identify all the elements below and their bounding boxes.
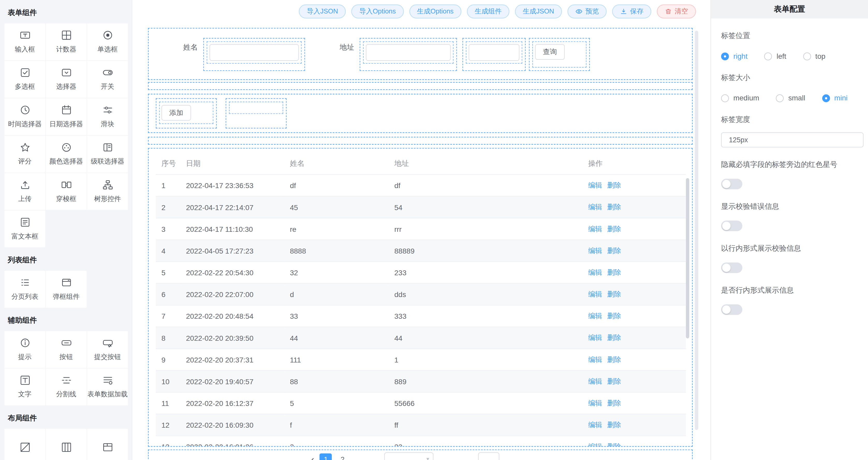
component-item-page-list[interactable]: 分页列表 [4,271,45,307]
delete-link[interactable]: 删除 [607,312,621,320]
drop-slot[interactable]: 查询 [532,41,586,68]
generate-options-button[interactable]: 生成Options [409,4,461,19]
radio-option-left[interactable]: left [764,52,786,60]
component-item-form-loader[interactable]: 表单数据加载 [87,368,128,405]
delete-link[interactable]: 删除 [607,247,621,254]
component-item-rich-text[interactable]: 富文本框 [4,210,45,247]
drop-slot[interactable] [207,41,302,64]
drop-slot[interactable]: 添加 [159,102,213,124]
canvas-row-empty-2[interactable] [148,137,692,144]
canvas-row-search-form[interactable]: 姓名 地址 [148,28,692,80]
extra-field-dropzone[interactable] [462,38,526,71]
component-item-input[interactable]: 输入框 [4,24,45,60]
pagination-jump-input[interactable] [478,452,499,460]
canvas-row-buttons[interactable]: 添加 [148,94,692,133]
edit-link[interactable]: 编辑 [588,377,602,385]
component-item-slider[interactable]: 滑块 [87,98,128,135]
component-item-counter[interactable]: 计数器 [46,24,87,60]
edit-link[interactable]: 编辑 [588,290,602,298]
delete-link[interactable]: 删除 [607,421,621,428]
canvas-table-component[interactable]: 序号日期姓名地址操作 12022-04-17 23:36:53dfdf编辑删除2… [148,148,692,447]
delete-link[interactable]: 删除 [607,181,621,189]
address-field-dropzone[interactable] [360,38,457,71]
toggle-switch[interactable] [721,304,742,315]
component-item-switch[interactable]: 开关 [87,61,128,98]
delete-link[interactable]: 删除 [607,442,621,447]
component-item-select[interactable]: 选择器 [46,61,87,98]
pagination-page-1[interactable]: 1 [320,454,332,460]
edit-link[interactable]: 编辑 [588,356,602,363]
save-button[interactable]: 保存 [612,4,651,19]
address-input[interactable] [366,44,451,61]
component-item-dialog[interactable]: 弹框组件 [46,271,87,307]
toggle-switch[interactable] [721,262,742,273]
name-field-dropzone[interactable] [204,38,305,71]
component-item-tip[interactable]: 提示 [4,331,45,368]
canvas-row-empty-1[interactable] [148,82,692,90]
radio-option-top[interactable]: top [803,52,826,60]
preview-button[interactable]: 预览 [567,4,607,19]
component-item-text[interactable]: 文字 [4,368,45,405]
component-item-color-picker[interactable]: 颜色选择器 [46,136,87,172]
radio-option-mini[interactable]: mini [822,94,847,102]
pagination-page-2[interactable]: 2 [336,454,349,460]
delete-link[interactable]: 删除 [607,334,621,341]
edit-link[interactable]: 编辑 [588,203,602,211]
delete-link[interactable]: 删除 [607,268,621,276]
component-item-checkbox[interactable]: 多选框 [4,61,45,98]
radio-option-small[interactable]: small [776,94,805,102]
generate-json-button[interactable]: 生成JSON [515,4,562,19]
canvas-scrollbar[interactable] [695,31,698,430]
empty-dropzone[interactable] [226,98,286,129]
add-button-dropzone[interactable]: 添加 [156,98,217,129]
delete-link[interactable]: 删除 [607,356,621,363]
clear-button[interactable]: 清空 [657,4,696,19]
table-scrollbar[interactable] [686,178,689,338]
pagination-size-select[interactable]: ▾ [384,452,434,460]
drop-slot[interactable] [363,41,454,64]
import-json-button[interactable]: 导入JSON [299,4,346,19]
name-input[interactable] [209,44,299,61]
component-item-layout-row[interactable] [4,429,45,460]
drop-slot[interactable] [229,102,283,114]
delete-link[interactable]: 删除 [607,225,621,233]
component-item-submit-button[interactable]: 提交按钮 [87,331,128,368]
delete-link[interactable]: 删除 [607,399,621,407]
label-width-input[interactable] [721,132,863,147]
component-item-button[interactable]: 按钮 [46,331,87,368]
import-options-button[interactable]: 导入Options [351,4,403,19]
component-item-upload[interactable]: 上传 [4,173,45,210]
edit-link[interactable]: 编辑 [588,181,602,189]
component-item-radio[interactable]: 单选框 [87,24,128,60]
edit-link[interactable]: 编辑 [588,334,602,341]
edit-link[interactable]: 编辑 [588,247,602,254]
component-item-time-picker[interactable]: 时间选择器 [4,98,45,135]
query-button-dropzone[interactable]: 查询 [529,38,590,71]
edit-link[interactable]: 编辑 [588,268,602,276]
query-button[interactable]: 查询 [535,44,565,60]
extra-input[interactable] [469,44,519,61]
radio-option-right[interactable]: right [721,52,747,60]
component-item-date-picker[interactable]: 日期选择器 [46,98,87,135]
toggle-switch[interactable] [721,221,742,231]
radio-option-medium[interactable]: medium [721,94,759,102]
generate-component-button[interactable]: 生成组件 [467,4,509,19]
toggle-switch[interactable] [721,179,742,189]
edit-link[interactable]: 编辑 [588,225,602,233]
component-item-divider[interactable]: 分割线 [46,368,87,405]
edit-link[interactable]: 编辑 [588,399,602,407]
component-item-cascader[interactable]: 级联选择器 [87,136,128,172]
component-item-transfer[interactable]: 穿梭框 [46,173,87,210]
edit-link[interactable]: 编辑 [588,421,602,428]
delete-link[interactable]: 删除 [607,377,621,385]
component-item-layout-tab[interactable] [87,429,128,460]
edit-link[interactable]: 编辑 [588,442,602,447]
component-item-rate[interactable]: 评分 [4,136,45,172]
drop-slot[interactable] [466,41,522,64]
add-button[interactable]: 添加 [161,105,191,121]
delete-link[interactable]: 删除 [607,290,621,298]
pagination-prev[interactable]: ‹ [311,455,314,460]
delete-link[interactable]: 删除 [607,203,621,211]
component-item-layout-column[interactable] [46,429,87,460]
edit-link[interactable]: 编辑 [588,312,602,320]
